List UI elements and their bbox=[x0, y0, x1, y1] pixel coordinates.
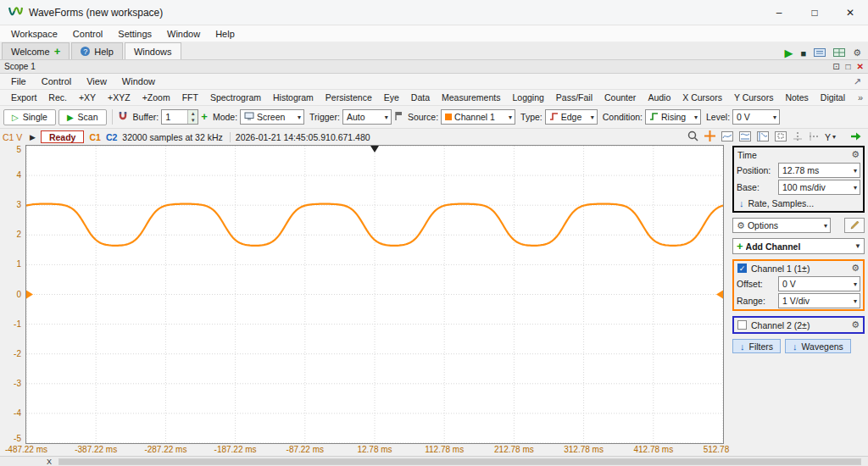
box-zoom-icon[interactable] bbox=[775, 131, 787, 143]
view-toolbar-item[interactable]: Pass/Fail bbox=[550, 92, 598, 103]
view-toolbar-item[interactable]: Spectrogram bbox=[204, 92, 267, 103]
view-toolbar-item[interactable]: Counter bbox=[598, 92, 642, 103]
trigger-mode-select[interactable]: Auto ▾ bbox=[342, 109, 392, 125]
close-button[interactable]: ✕ bbox=[832, 0, 868, 25]
add-instrument-icon: + bbox=[54, 47, 61, 56]
view-toolbar-item[interactable]: Histogram bbox=[267, 92, 320, 103]
scope-menu-file[interactable]: File bbox=[3, 75, 34, 88]
scope-main-area: 543210-1-2-3-4-5 Time ⚙ Position: 12.78 … bbox=[0, 145, 868, 444]
view-toolbar-item[interactable]: Digital bbox=[815, 92, 851, 103]
scope-plot[interactable] bbox=[25, 145, 724, 444]
tab-welcome[interactable]: Welcome + bbox=[2, 42, 70, 59]
buffer-down-icon[interactable]: ▼ bbox=[188, 117, 198, 124]
buffer-stepper[interactable]: 1 ▲▼ bbox=[161, 109, 198, 125]
channel1-offset-select[interactable]: 0 V ▾ bbox=[778, 276, 860, 291]
trigger-level-select[interactable]: 0 V ▾ bbox=[732, 109, 780, 125]
view-toolbar-item[interactable]: Export bbox=[5, 92, 42, 103]
channel1-gear-icon[interactable]: ⚙ bbox=[851, 264, 860, 273]
channel1-badge[interactable]: C1 bbox=[89, 132, 100, 142]
stop-all-button[interactable]: ■ bbox=[800, 48, 806, 58]
undock-window-icon[interactable]: ↗ bbox=[854, 76, 868, 87]
run-all-button[interactable]: ▶ bbox=[784, 47, 793, 59]
scan-button[interactable]: ▶ Scan bbox=[58, 109, 107, 125]
y-cursor-icon[interactable] bbox=[809, 131, 819, 143]
log-panel-icon[interactable] bbox=[814, 47, 826, 59]
view-toolbar-item[interactable]: Rec. bbox=[42, 92, 73, 103]
buffer-value[interactable]: 1 bbox=[162, 110, 187, 124]
maximize-button[interactable]: □ bbox=[797, 0, 832, 25]
view-toolbar-item[interactable]: Logging bbox=[506, 92, 549, 103]
x-cursor-icon[interactable] bbox=[793, 131, 803, 143]
horizontal-scrollbar[interactable] bbox=[58, 458, 861, 465]
menu-help[interactable]: Help bbox=[208, 27, 242, 41]
view-toolbar-item[interactable]: +XYZ bbox=[102, 92, 136, 103]
tab-windows[interactable]: Windows bbox=[125, 42, 181, 59]
channel2-panel: Channel 2 (2±) ⚙ bbox=[732, 316, 865, 334]
scope-menubar: File Control View Window ↗ bbox=[0, 74, 868, 90]
rate-samples-button[interactable]: ↓ Rate, Samples... bbox=[734, 196, 863, 211]
view-toolbar-item[interactable]: FFT bbox=[176, 92, 204, 103]
time-gear-icon[interactable]: ⚙ bbox=[851, 150, 860, 159]
minimize-button[interactable]: – bbox=[761, 0, 797, 25]
trigger-level-value: 0 V bbox=[737, 112, 771, 122]
buffer-up-icon[interactable]: ▲ bbox=[188, 110, 198, 117]
time-position-value: 12.78 ms bbox=[782, 165, 851, 175]
wavegens-button[interactable]: ↓ Wavegens bbox=[785, 339, 851, 353]
scope-menu-window[interactable]: Window bbox=[114, 75, 163, 88]
x-tick-label: 312.78 ms bbox=[564, 445, 604, 454]
collapse-sidebar-button[interactable] bbox=[850, 131, 862, 143]
menu-window[interactable]: Window bbox=[159, 27, 208, 41]
mode-select[interactable]: Screen ▾ bbox=[240, 109, 304, 125]
y-axis-menu[interactable]: Y ▾ bbox=[825, 132, 836, 142]
view-toolbar-item[interactable]: Notes bbox=[779, 92, 814, 103]
channel2-badge[interactable]: C2 bbox=[106, 132, 117, 142]
scope-dock-icon[interactable]: ⊡ bbox=[832, 62, 839, 71]
settings-gear-icon[interactable]: ⚙ bbox=[853, 48, 861, 58]
view-toolbar-item[interactable]: +XY bbox=[73, 92, 102, 103]
add-buffer-icon[interactable]: + bbox=[201, 113, 208, 121]
zoom-tool-icon[interactable] bbox=[687, 130, 698, 143]
view-toolbar-item[interactable]: Audio bbox=[642, 92, 676, 103]
notes-button[interactable] bbox=[844, 218, 865, 233]
scope-menu-control[interactable]: Control bbox=[34, 75, 79, 88]
edge-icon bbox=[549, 112, 559, 123]
scrollbar-thumb[interactable] bbox=[59, 459, 860, 464]
add-channel-button[interactable]: + Add Channel ▼ bbox=[732, 238, 865, 254]
channel2-gear-icon[interactable]: ⚙ bbox=[851, 320, 860, 330]
view-toolbar-item[interactable]: Y Cursors bbox=[728, 92, 780, 103]
layout-icon[interactable] bbox=[833, 47, 845, 59]
channel1-checkbox[interactable]: ✓ bbox=[737, 264, 747, 273]
view-zoom-x-icon[interactable] bbox=[739, 131, 751, 143]
scope-menu-view[interactable]: View bbox=[79, 75, 114, 88]
y-tick-label: 3 bbox=[16, 200, 21, 209]
menu-settings[interactable]: Settings bbox=[110, 27, 159, 41]
view-toolbar-item[interactable]: Persistence bbox=[320, 92, 378, 103]
view-toolbar-item[interactable]: +Zoom bbox=[136, 92, 176, 103]
tab-help[interactable]: ? Help bbox=[71, 42, 123, 59]
view-fit-icon[interactable] bbox=[721, 131, 733, 143]
view-toolbar-item[interactable]: X Cursors bbox=[676, 92, 728, 103]
channel1-color-swatch bbox=[445, 114, 452, 120]
scope-maximize-icon[interactable]: □ bbox=[846, 62, 851, 71]
scope-close-icon[interactable]: ✕ bbox=[857, 62, 864, 71]
options-select[interactable]: ⚙ Options ▾ bbox=[732, 218, 831, 233]
pan-tool-icon[interactable] bbox=[704, 130, 715, 143]
status-badge: Ready bbox=[41, 130, 85, 143]
view-toolbar-item[interactable]: Measurements bbox=[436, 92, 506, 103]
time-base-select[interactable]: 100 ms/div ▾ bbox=[778, 180, 860, 195]
toolbar-overflow-icon[interactable]: » bbox=[858, 92, 868, 103]
menu-control[interactable]: Control bbox=[65, 27, 110, 41]
menu-workspace[interactable]: Workspace bbox=[3, 27, 65, 41]
view-toolbar-item[interactable]: Data bbox=[405, 92, 436, 103]
channel1-range-select[interactable]: 1 V/div ▾ bbox=[778, 293, 860, 308]
filters-button[interactable]: ↓ Filters bbox=[732, 339, 781, 353]
trigger-type-select[interactable]: Edge ▾ bbox=[545, 109, 598, 125]
view-zoom-y-icon[interactable] bbox=[757, 131, 769, 143]
single-button[interactable]: ▷ Single bbox=[3, 109, 56, 125]
time-position-select[interactable]: 12.78 ms ▾ bbox=[778, 163, 860, 178]
trigger-source-select[interactable]: Channel 1 ▾ bbox=[441, 109, 515, 125]
channel2-checkbox[interactable] bbox=[737, 320, 747, 330]
view-toolbar-item[interactable]: Eye bbox=[378, 92, 405, 103]
window-titlebar: WaveForms (new workspace) – □ ✕ bbox=[0, 0, 868, 25]
trigger-condition-select[interactable]: Rising ▾ bbox=[645, 109, 701, 125]
